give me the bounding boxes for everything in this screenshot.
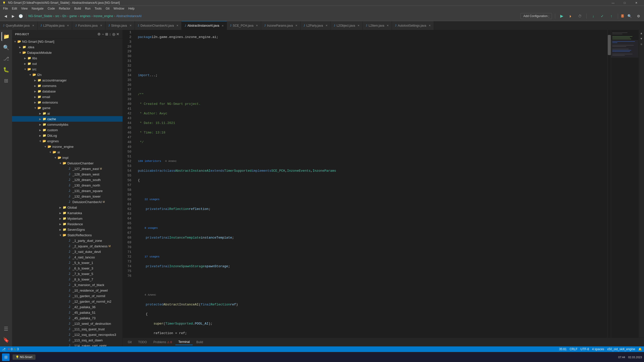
- tree-item-kamaloka[interactable]: ▶ 📁 Kamaloka: [12, 210, 123, 216]
- activity-bookmarks-icon[interactable]: 🔖: [2, 335, 11, 344]
- breadcrumb-l2n[interactable]: l2n: [62, 14, 66, 18]
- tree-item-garden-normil2[interactable]: ▶ J _12_garden_of_normil_in2: [12, 299, 123, 304]
- breadcrumb-inzone[interactable]: inzone_engine: [94, 14, 113, 18]
- tree-item-impl[interactable]: ▼ 📂 impl: [12, 155, 123, 160]
- activity-git-icon[interactable]: ⎇: [2, 54, 11, 63]
- tree-item-email[interactable]: ▶ 📁 email: [12, 94, 123, 100]
- tree-item-sevensigns[interactable]: ▶ 📁 SevenSigns: [12, 227, 123, 232]
- tab-l2object[interactable]: J L2Object.java ✕: [331, 21, 363, 30]
- tree-item-idea[interactable]: ▶ 📁 .idea: [12, 44, 123, 50]
- notification-badge[interactable]: !: [621, 14, 624, 18]
- tree-item-residence-jewel[interactable]: ▶ J _10_residence_of_jewel: [12, 288, 123, 293]
- menu-edit[interactable]: Edit: [10, 6, 19, 11]
- tab-l2item[interactable]: J L2Item.java ✕: [363, 21, 392, 30]
- sidebar-scroll-icon[interactable]: ↕: [109, 32, 111, 36]
- tree-item-b-tower-1[interactable]: ▶ J _5_b_tower_1: [12, 260, 123, 265]
- tab-todo[interactable]: TODO: [135, 339, 150, 345]
- toolbar-forward-button[interactable]: ▶: [10, 13, 17, 20]
- tree-item-dblog[interactable]: ▶ 📁 DbLog: [12, 133, 123, 138]
- tab-close[interactable]: ✕: [295, 24, 297, 27]
- editor-content[interactable]: 1 2 3 28 29 30 31 32 33 34 35 36 37 38 3…: [123, 30, 644, 338]
- tab-close[interactable]: ✕: [326, 24, 328, 27]
- sidebar-close-icon[interactable]: ✕: [116, 32, 119, 36]
- activity-extensions-icon[interactable]: ⊞: [2, 76, 11, 85]
- tab-close[interactable]: ✕: [100, 24, 102, 27]
- status-errors[interactable]: ✕ 0 ⚠ 3: [8, 347, 19, 351]
- tree-item-party-duel[interactable]: ▶ J _1_party_duel_zone: [12, 238, 123, 243]
- activity-explorer-icon[interactable]: 📁: [2, 32, 11, 41]
- minimize-button[interactable]: —: [607, 0, 619, 6]
- breadcrumb-src[interactable]: src: [55, 14, 59, 18]
- tree-item-ssq-dawn[interactable]: ▶ J _113_ssq_aot_dawn: [12, 337, 123, 343]
- tree-item-custom[interactable]: ▶ 📁 custom: [12, 127, 123, 133]
- menu-run[interactable]: Run: [83, 6, 93, 11]
- tree-item-b-tower-5[interactable]: ▶ J _7_b_tower_5: [12, 271, 123, 277]
- sidebar-filter-icon[interactable]: ⊞: [105, 32, 108, 36]
- vcs-push-button[interactable]: ↑: [608, 13, 615, 20]
- tree-item-mansion[interactable]: ▶ J _9_mansion_of_black: [12, 282, 123, 288]
- menu-git[interactable]: Git: [104, 6, 111, 11]
- status-cursor[interactable]: 35:81: [559, 347, 567, 351]
- menu-file[interactable]: File: [1, 6, 10, 11]
- tree-item-ssq-trust[interactable]: ▶ J _111_ssq_quest_trust: [12, 326, 123, 332]
- tab-close[interactable]: ✕: [429, 24, 431, 27]
- tab-build[interactable]: Build: [193, 339, 206, 345]
- tree-item-zaken[interactable]: ▶ J _114_zaken_raid_night: [12, 343, 123, 346]
- tab-git[interactable]: Git: [125, 339, 135, 345]
- tree-item-square-dark[interactable]: ▶ J _2_square_of_darkness M: [12, 243, 123, 249]
- right-panel-icon-1[interactable]: ▲: [639, 31, 644, 35]
- tree-item-libs[interactable]: ▶ 📁 libs: [12, 55, 123, 61]
- menu-window[interactable]: Window: [111, 6, 126, 11]
- tree-item-datapack[interactable]: ▼ 📂 DatapackModule: [12, 50, 123, 55]
- status-notifications[interactable]: 🔔: [638, 347, 642, 351]
- tree-item-global[interactable]: ▶ 📁 Global: [12, 205, 123, 210]
- toolbar-recent-button[interactable]: 🕐: [17, 13, 24, 20]
- tree-item-raid-lancoo[interactable]: ▶ J _4_raid_lancoo: [12, 254, 123, 260]
- tab-querybuilder[interactable]: J QueryBuilder.java ✕: [0, 21, 37, 30]
- tab-abstractinstanceai[interactable]: J AbstractInstanceAI.java ✕: [182, 21, 227, 30]
- breadcrumb-engines[interactable]: engines: [80, 14, 91, 18]
- sidebar-sync-icon[interactable]: ◎: [112, 32, 115, 36]
- breadcrumb-file[interactable]: AbstractInstanceAI: [116, 14, 142, 18]
- tree-item-ai[interactable]: ▶ 📁 ai: [12, 111, 123, 116]
- menu-tools[interactable]: Tools: [93, 6, 104, 11]
- title-bar-controls[interactable]: — □ ✕: [607, 0, 642, 6]
- right-panel-icon-3[interactable]: ≡: [639, 42, 644, 47]
- menu-view[interactable]: View: [19, 6, 30, 11]
- tree-item-pailaka73[interactable]: ▶ J _45_pailaka_73: [12, 315, 123, 321]
- tree-item-garden-normil[interactable]: ▶ J _11_garden_of_normil: [12, 293, 123, 299]
- settings-button[interactable]: ⚙: [635, 13, 642, 20]
- tree-item-132[interactable]: ▶ J _132_dream_tower: [12, 194, 123, 199]
- tree-item-engines[interactable]: ▼ 📂 engines: [12, 138, 123, 144]
- tree-item-ngsmrt[interactable]: ▼ 📂 NG-Smart [NG-Smart]: [12, 39, 123, 44]
- tab-close[interactable]: ✕: [67, 24, 69, 27]
- minimap[interactable]: [611, 30, 638, 338]
- tree-item-accountmanager[interactable]: ▶ 📁 accountmanager: [12, 77, 123, 83]
- tab-strings[interactable]: J Strings.java ✕: [105, 21, 135, 30]
- menu-code[interactable]: Code: [46, 6, 57, 11]
- tree-item-pailaka36[interactable]: ▶ J _42_pailaka_36: [12, 304, 123, 310]
- profile-button[interactable]: ⏱: [576, 13, 583, 20]
- tree-item-inzone-engine[interactable]: ▼ 📂 inzone_engine: [12, 144, 123, 149]
- tree-item-raid-duke[interactable]: ▶ J _3_raid_duke_devil: [12, 249, 123, 254]
- tree-item-commons[interactable]: ▶ 📁 commons: [12, 83, 123, 88]
- run-button[interactable]: ▶: [558, 13, 565, 20]
- tree-item-b-tower-7[interactable]: ▶ J _8_b_tower_7: [12, 277, 123, 282]
- toolbar-back-button[interactable]: ◀: [2, 13, 9, 20]
- close-button[interactable]: ✕: [630, 0, 642, 6]
- tab-autolootsettings[interactable]: J AutolootSettings.java ✕: [392, 21, 434, 30]
- tab-close[interactable]: ✕: [357, 24, 359, 27]
- tab-close[interactable]: ✕: [256, 24, 258, 27]
- status-git-icon[interactable]: ⎇: [2, 347, 6, 351]
- tab-l2playable[interactable]: J L2Playable.java ✕: [37, 21, 72, 30]
- tab-terminal[interactable]: Terminal: [175, 339, 193, 345]
- tab-close[interactable]: ✕: [130, 24, 132, 27]
- tree-item-src[interactable]: ▼ 📂 src: [12, 66, 123, 72]
- start-button[interactable]: ⊞: [2, 353, 10, 361]
- status-line-ending[interactable]: CRLF: [570, 347, 577, 351]
- tree-item-database[interactable]: ▶ 📁 database: [12, 88, 123, 94]
- tree-item-communitybbs[interactable]: ▶ 📁 communitybbs: [12, 122, 123, 127]
- tree-item-131[interactable]: ▶ J _131_dream_square: [12, 188, 123, 194]
- tree-item-cache[interactable]: ▶ 📁 cache: [12, 116, 123, 122]
- tab-sce-pch[interactable]: J SCE_PCH.java ✕: [227, 21, 261, 30]
